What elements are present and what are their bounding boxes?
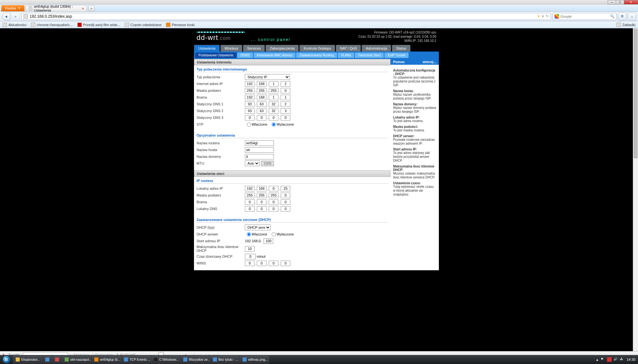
bookmarks-menu-button[interactable]: Zakładki xyxy=(616,23,635,27)
search-go-icon[interactable]: 🔍 xyxy=(610,14,614,18)
bookmark-firststeps[interactable]: Pierwsze kroki xyxy=(166,23,195,27)
bookmarks-toolbar: Aktualności chrome://seoquake/c... Prześ… xyxy=(0,21,638,28)
browser-tabstrip: Firefox ▼ wrt54glup (build 13064) - Usta… xyxy=(0,5,638,12)
bookmark-icon xyxy=(77,23,82,27)
bookmark-youtube[interactable]: Prześlij swój film wide... xyxy=(77,23,121,27)
bookmark-seoquake[interactable]: chrome://seoquake/c... xyxy=(31,23,72,27)
bookmark-aktualnosci[interactable]: Aktualności xyxy=(3,23,26,27)
new-tab-button[interactable]: + xyxy=(88,5,95,11)
feed-icon[interactable]: ✦ xyxy=(537,14,540,18)
firefox-menu-button[interactable]: Firefox ▼ xyxy=(1,5,24,11)
window-close-button[interactable]: ✕ xyxy=(624,0,638,5)
bookmark-icon xyxy=(125,23,129,27)
chevron-down-icon: ▼ xyxy=(18,7,21,10)
firefox-menu-label: Firefox xyxy=(5,6,16,10)
nav-forward-button[interactable]: ► xyxy=(12,13,20,20)
search-input[interactable] xyxy=(560,14,610,18)
bookmark-frequent[interactable]: Często odwiedzane xyxy=(125,23,161,27)
google-icon xyxy=(555,14,559,19)
reload-icon[interactable]: ↻ xyxy=(546,14,549,18)
search-bar[interactable]: 🔍 xyxy=(552,13,617,20)
window-titlebar: — ☐ ✕ xyxy=(0,0,638,5)
browser-navbar: ◄ ► ✦ ▾ ↻ 🔍 ⚙ ⌂ xyxy=(0,12,638,21)
url-bar[interactable]: ✦ ▾ ↻ xyxy=(21,13,551,20)
browser-tab-active[interactable]: wrt54glup (build 13064) - Ustawienia ✕ xyxy=(26,5,87,11)
bookmark-icon xyxy=(31,23,35,27)
home-button[interactable]: ⌂ xyxy=(628,13,636,20)
site-identity-icon xyxy=(24,14,28,19)
addon-seoquake-button[interactable]: ⚙ xyxy=(618,13,626,20)
nav-back-button[interactable]: ◄ xyxy=(2,13,10,20)
dropdown-icon[interactable]: ▾ xyxy=(542,14,544,18)
tab-close-icon[interactable]: ✕ xyxy=(82,7,84,10)
tab-favicon-icon xyxy=(29,6,32,11)
window-minimize-button[interactable]: — xyxy=(608,0,616,5)
bookmark-icon xyxy=(166,23,170,27)
url-input[interactable] xyxy=(30,14,537,19)
bookmark-icon xyxy=(616,23,621,27)
window-maximize-button[interactable]: ☐ xyxy=(616,0,624,5)
tab-title: wrt54glup (build 13064) - Ustawienia xyxy=(34,5,79,12)
bookmark-icon xyxy=(3,23,7,27)
